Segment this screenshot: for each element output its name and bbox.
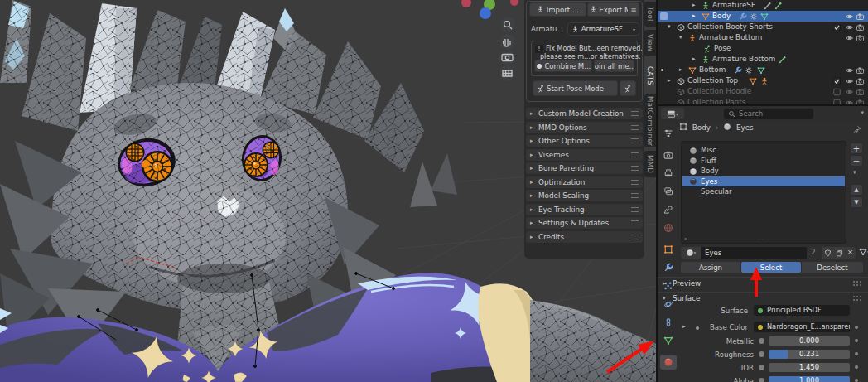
ior-label: IOR — [687, 364, 754, 372]
slot-body[interactable]: Body — [682, 166, 845, 176]
keyframe-dot[interactable] — [855, 339, 858, 342]
armature-dropdown[interactable]: ArmatureSF ▾ — [567, 22, 639, 36]
ior-slider[interactable]: 1.450 — [769, 363, 850, 372]
tab-mmd[interactable]: MMD — [644, 151, 656, 177]
section-optimization[interactable]: ▸Optimization — [526, 176, 643, 188]
list-expand-arrow[interactable]: ▸ — [685, 235, 687, 241]
slot-eyes[interactable]: Eyes — [682, 176, 845, 187]
slot-specials-chevron[interactable]: ▾ — [853, 169, 856, 176]
fix-model-line1: Fix Model But...een removed. — [546, 45, 643, 52]
tab-scene-props[interactable] — [660, 202, 677, 217]
panel-grip — [853, 296, 861, 301]
tab-constraints-props[interactable] — [660, 315, 677, 330]
tab-tool[interactable]: Tool — [644, 2, 656, 27]
tab-tool-props[interactable] — [660, 126, 677, 141]
tab-render-props[interactable] — [660, 147, 677, 162]
tab-cats[interactable]: CATS — [644, 60, 656, 91]
outliner-row-collection-hoodie[interactable]: Collection Hoodie — [658, 86, 868, 97]
tab-modifier-props[interactable] — [660, 260, 677, 275]
tab-data-props[interactable] — [660, 333, 677, 348]
section-model-scaling[interactable]: ▸Model Scaling — [526, 190, 643, 201]
base-color-label: Base Color — [682, 323, 748, 331]
tab-output-props[interactable] — [660, 166, 677, 181]
keyframe-dot[interactable] — [855, 352, 858, 355]
slot-misc[interactable]: Misc — [682, 145, 845, 156]
base-color-dot — [696, 326, 699, 330]
material-name-field[interactable]: Eyes — [701, 247, 807, 259]
material-preview-toggle[interactable]: ▾ — [859, 248, 868, 256]
decorator-dot[interactable] — [759, 338, 764, 344]
properties-editor: ▾ Search ▾ Body › Eyes Misc — [658, 106, 868, 382]
armature-label: Armatu... — [531, 25, 563, 33]
decorator-dot[interactable] — [759, 351, 764, 357]
surface-value-field[interactable]: Principled BSDF — [754, 305, 850, 316]
outliner-row-body[interactable]: ▸ Body — [658, 11, 868, 22]
keyframe-dot[interactable] — [855, 326, 858, 329]
slot-move-up-button[interactable]: ▲ — [850, 184, 863, 196]
section-bone-parenting[interactable]: ▸Bone Parenting — [526, 162, 643, 174]
tab-matcombiner[interactable]: MatCombiner — [644, 94, 656, 147]
material-browse-button[interactable]: ▾ — [681, 247, 701, 259]
import-model-button[interactable]: Import ... — [529, 2, 586, 17]
outliner-row-armature-bottom-data[interactable]: ▸ Armature Bottom — [658, 54, 868, 65]
deselect-button[interactable]: Deselect — [802, 262, 863, 273]
outliner-row-collection-booty-shorts[interactable]: ▾ Collection Booty Shorts — [658, 22, 868, 32]
alpha-slider[interactable]: 1.000 — [769, 376, 850, 382]
decorator-dot[interactable] — [759, 378, 764, 382]
slot-remove-button[interactable]: − — [850, 155, 863, 167]
outliner-row-collection-top[interactable]: ▸ Collection Top — [658, 75, 868, 86]
outliner-row-armaturesf[interactable]: ▸ ArmatureSF — [658, 0, 868, 11]
metallic-label: Metallic — [687, 337, 754, 346]
start-pose-mode-button[interactable]: Start Pose Mode — [533, 80, 618, 96]
outliner-row-armature-bottom[interactable]: ▾ Armature Bottom — [658, 32, 868, 43]
combine-materials-button[interactable]: Combine M... — [534, 60, 592, 72]
metallic-slider[interactable]: 0.000 — [769, 336, 850, 346]
section-mmd-options[interactable]: ▸MMD Options — [526, 122, 643, 133]
slot-move-down-button[interactable]: ▼ — [850, 196, 863, 208]
tab-view[interactable]: View — [644, 30, 656, 56]
fake-user-button[interactable] — [822, 247, 833, 259]
breadcrumb-object[interactable]: Body — [692, 123, 711, 132]
base-color-value-field[interactable]: Nardoragon_E...ansparency.png — [754, 322, 850, 332]
section-eye-tracking[interactable]: ▸Eye Tracking — [526, 204, 643, 215]
unlink-button[interactable]: × — [845, 247, 856, 259]
section-custom-model-creation[interactable]: ▸Custom Model Creation — [526, 108, 643, 119]
tab-material-props[interactable] — [660, 355, 677, 370]
section-visemes[interactable]: ▸Visemes — [526, 149, 643, 161]
new-material-button[interactable] — [833, 247, 845, 259]
roughness-slider[interactable]: 0.231 — [769, 350, 850, 359]
outliner-row-collection-pants[interactable]: Collection Pants — [658, 97, 868, 104]
tab-viewlayer-props[interactable] — [660, 184, 677, 199]
list-resize-grip[interactable]: ⋯ — [758, 236, 764, 243]
keyframe-dot[interactable] — [855, 379, 858, 382]
assign-button[interactable]: Assign — [681, 262, 740, 273]
active-dot — [661, 69, 663, 71]
cats-menu-button[interactable]: ≡ — [628, 2, 639, 17]
alpha-label: Alpha — [687, 377, 754, 382]
search-placeholder: Search — [739, 109, 763, 118]
join-meshes-button[interactable]: Join all me... — [594, 60, 634, 72]
properties-tab-strip — [658, 121, 679, 382]
section-credits[interactable]: ▸Credits — [526, 231, 643, 243]
section-settings-updates[interactable]: ▸Settings & Updates — [526, 217, 643, 229]
slot-fluff[interactable]: Fluff — [682, 156, 845, 167]
pose-mode-alt-button[interactable] — [620, 80, 636, 96]
outliner-row-pose[interactable]: Pose — [658, 43, 868, 54]
material-users-button[interactable]: 2 — [807, 247, 820, 259]
slot-specular[interactable]: Specular — [682, 186, 845, 197]
decorator-dot[interactable] — [759, 365, 764, 370]
info-icon: ! — [535, 45, 543, 53]
keyframe-dot[interactable] — [855, 365, 858, 369]
slot-add-button[interactable]: + — [850, 143, 863, 154]
base-color-expander[interactable]: ▸ — [682, 323, 686, 330]
outliner-row-bottom[interactable]: ▸ Bottom — [658, 65, 868, 75]
header-options-chevron[interactable]: ▾ — [861, 109, 864, 116]
section-other-options[interactable]: ▸Other Options — [526, 135, 643, 147]
blender-window: Import ... Export M... ≡ Armatu... Armat… — [0, 0, 868, 382]
tab-object-props[interactable] — [660, 242, 677, 257]
breadcrumb-data[interactable]: Eyes — [736, 123, 754, 132]
editor-type-button[interactable]: ▾ — [661, 108, 684, 119]
search-input[interactable]: Search — [724, 109, 813, 119]
screen-icon — [660, 12, 668, 20]
tab-world-props[interactable] — [660, 220, 677, 235]
